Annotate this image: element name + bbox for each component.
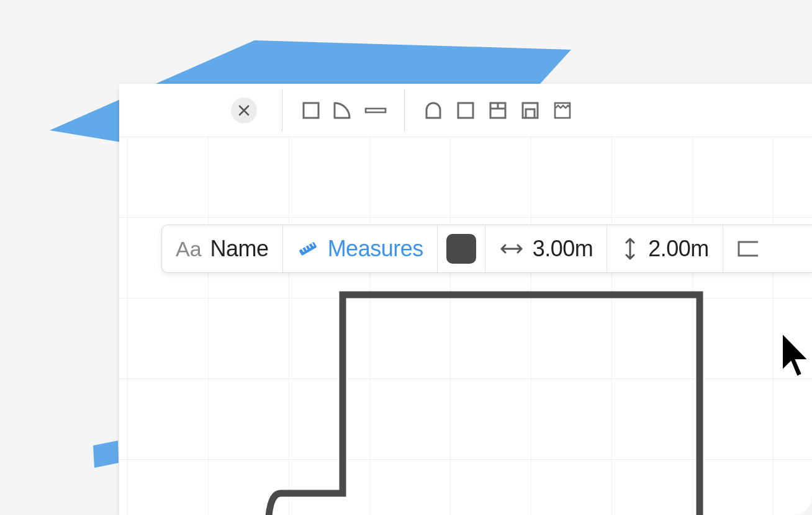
color-swatch: [446, 234, 476, 264]
arch-tool[interactable]: [417, 94, 449, 127]
ruler-icon: [297, 238, 319, 260]
svg-rect-2: [304, 103, 318, 118]
panel-icon: [489, 101, 507, 120]
height-value: 2.00m: [648, 236, 709, 262]
zigzag-tool[interactable]: [546, 94, 579, 127]
extra-shape-button[interactable]: [723, 225, 783, 272]
canvas[interactable]: [119, 84, 812, 515]
zigzag-icon: [553, 101, 572, 120]
text-format-icon: Aa: [176, 237, 202, 261]
property-bar: Aa Name Measures: [161, 225, 812, 273]
inset-icon: [521, 101, 539, 120]
name-label: Name: [210, 236, 269, 262]
name-field[interactable]: Aa Name: [162, 225, 283, 272]
line-tool[interactable]: [359, 94, 392, 127]
close-button[interactable]: [231, 97, 257, 123]
width-value: 3.00m: [533, 236, 593, 262]
svg-rect-10: [299, 242, 317, 256]
measures-label: Measures: [328, 236, 423, 262]
arc-icon: [333, 101, 354, 120]
color-picker[interactable]: [438, 225, 485, 272]
height-icon: [621, 236, 639, 261]
toolbar-divider: [282, 89, 282, 132]
inset-tool[interactable]: [514, 94, 546, 127]
top-toolbar: [119, 84, 812, 137]
measures-button[interactable]: Measures: [283, 225, 438, 272]
square-tool[interactable]: [449, 94, 482, 127]
stage: Aa Name Measures: [0, 0, 812, 515]
rectangle-tool[interactable]: [295, 94, 327, 127]
square-icon: [456, 101, 475, 120]
arc-tool[interactable]: [327, 94, 359, 127]
arch-icon: [424, 101, 443, 120]
width-icon: [499, 240, 524, 258]
svg-marker-1: [93, 441, 119, 468]
svg-rect-3: [366, 109, 386, 112]
canvas-grid: [119, 137, 812, 515]
svg-rect-17: [739, 242, 758, 256]
rectangle-icon: [302, 101, 320, 120]
width-field[interactable]: 3.00m: [485, 225, 608, 272]
height-field[interactable]: 2.00m: [607, 225, 723, 272]
svg-rect-4: [458, 103, 473, 118]
toolbar-divider: [404, 89, 405, 132]
line-icon: [364, 101, 387, 120]
rectangle-icon: [737, 240, 758, 258]
close-icon: [238, 104, 250, 117]
panel-tool[interactable]: [482, 94, 514, 127]
